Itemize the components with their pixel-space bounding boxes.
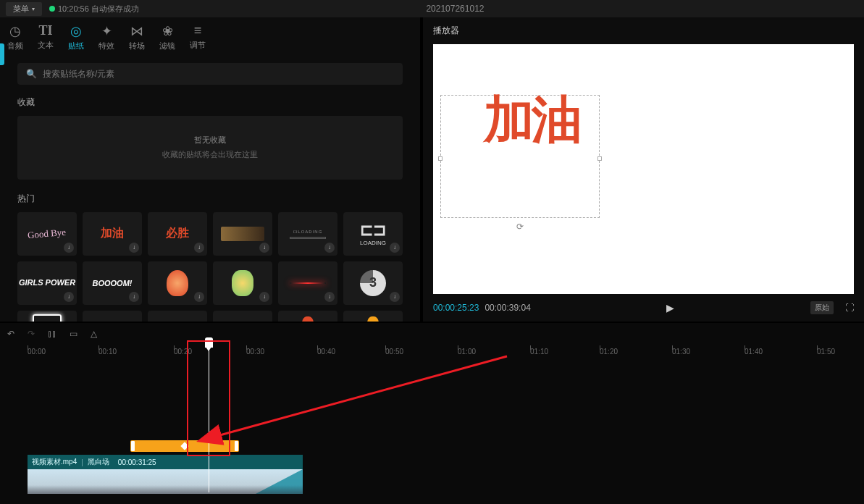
sticker-item[interactable]: BOOOOM!↓ — [83, 261, 142, 305]
timeline-ruler[interactable]: 00:0000:1000:2000:3000:4000:5001:0001:10… — [0, 348, 864, 362]
svg-line-1 — [217, 356, 507, 436]
sticker-item[interactable]: ⊏⊐LOADING↓ — [343, 212, 403, 256]
player-title: 播放器 — [423, 17, 864, 44]
download-icon[interactable]: ↓ — [129, 292, 139, 302]
tab-adjust[interactable]: ≡调节 — [190, 23, 206, 51]
ruler-tick: 00:30 — [246, 348, 264, 356]
ruler-tick: 01:20 — [600, 348, 618, 356]
current-time: 00:00:25:23 — [433, 303, 479, 313]
tab-effects[interactable]: ✦特效 — [98, 23, 114, 51]
clip-effect-label: 黑白场 — [88, 457, 109, 467]
tab-transitions[interactable]: ⋈转场 — [129, 23, 145, 51]
tab-text[interactable]: TI文本 — [38, 23, 54, 51]
aspect-ratio-button[interactable]: 原始 — [810, 301, 834, 314]
sticker-item[interactable]: ↓ — [278, 261, 337, 305]
redo-button[interactable]: ↷ — [28, 329, 35, 339]
download-icon[interactable]: ↓ — [64, 292, 74, 302]
tab-filters[interactable]: ❀滤镜 — [159, 23, 175, 51]
undo-button[interactable]: ↶ — [7, 329, 14, 339]
download-icon[interactable]: ↓ — [259, 292, 269, 302]
sticker-item[interactable] — [213, 311, 272, 322]
download-icon[interactable]: ↓ — [324, 243, 335, 253]
ruler-tick: 01:40 — [745, 348, 763, 356]
download-icon[interactable]: ↓ — [64, 243, 74, 253]
ruler-tick: 01:50 — [817, 348, 835, 356]
ruler-tick: 00:40 — [317, 348, 335, 356]
download-icon[interactable]: ↓ — [324, 292, 335, 302]
side-indicator — [0, 43, 4, 65]
menu-button[interactable]: 菜单 ▾ — [6, 2, 42, 16]
split-button[interactable]: ⫿⫿ — [48, 329, 56, 339]
sticker-item[interactable]: 3↓ — [343, 261, 403, 305]
sticker-item[interactable]: Starting in — [148, 311, 207, 322]
sticker-item[interactable]: ↓ — [213, 261, 272, 305]
sticker-grid: Good Bye↓ 加油↓ 必胜↓ ↓ ⊡ LOADING↓ ⊏⊐LOADING… — [17, 212, 403, 322]
tab-audio[interactable]: ◷音频 — [7, 23, 23, 51]
play-button[interactable]: ▶ — [666, 302, 674, 314]
sticker-item[interactable]: 加油↓ — [83, 212, 142, 256]
preview-sticker-text: 加油 — [484, 96, 579, 145]
sticker-item[interactable] — [17, 311, 77, 322]
ruler-tick: 01:10 — [530, 348, 548, 356]
ruler-tick: 00:50 — [385, 348, 403, 356]
search-input[interactable] — [43, 69, 394, 79]
sticker-item[interactable]: ↓ — [213, 212, 272, 256]
download-icon[interactable]: ↓ — [194, 292, 204, 302]
mirror-button[interactable]: △ — [91, 329, 97, 339]
total-time: 00:00:39:04 — [485, 303, 530, 313]
clip-thumbnail — [28, 469, 303, 494]
download-icon[interactable]: ↓ — [390, 243, 400, 253]
category-tabs: ◷音频 TI文本 ◎贴纸 ✦特效 ⋈转场 ❀滤镜 ≡调节 — [0, 17, 420, 57]
sticker-item[interactable]: ↓ — [148, 261, 207, 305]
sticker-item[interactable] — [278, 311, 337, 322]
video-clip[interactable]: 视频素材.mp4 | 黑白场 00:00:31:25 — [28, 455, 303, 494]
favorites-empty: 暂无收藏 收藏的贴纸将会出现在这里 — [17, 116, 403, 180]
download-icon[interactable]: ↓ — [194, 243, 204, 253]
sticker-item[interactable]: GIRLS POWER↓ — [17, 261, 77, 305]
ruler-tick: 00:00 — [28, 348, 46, 356]
search-icon: 🔍 — [26, 69, 37, 79]
fullscreen-icon[interactable]: ⛶ — [845, 303, 854, 313]
player-viewport[interactable]: ⟳ 加油 — [433, 44, 854, 294]
sticker-item[interactable] — [83, 311, 142, 322]
sticker-item[interactable]: ⊡ LOADING↓ — [278, 212, 337, 256]
autosave-status: 10:20:56 自动保存成功 — [49, 4, 139, 14]
ruler-tick: 00:10 — [98, 348, 117, 356]
project-title: 202107261012 — [139, 4, 771, 14]
download-icon[interactable]: ↓ — [259, 243, 269, 253]
tab-stickers[interactable]: ◎贴纸 — [68, 23, 84, 51]
ruler-tick: 01:00 — [458, 348, 476, 356]
search-box[interactable]: 🔍 — [17, 63, 403, 85]
sticker-item[interactable]: 必胜↓ — [148, 212, 207, 256]
download-icon[interactable]: ↓ — [129, 243, 139, 253]
annotation-red-box — [187, 340, 230, 456]
favorites-title: 收藏 — [17, 96, 403, 109]
hot-title: 热门 — [17, 193, 403, 205]
clip-duration: 00:00:31:25 — [118, 458, 156, 466]
sticker-item[interactable] — [343, 311, 403, 322]
delete-button[interactable]: ▭ — [70, 329, 77, 339]
clip-filename: 视频素材.mp4 — [32, 457, 77, 467]
ruler-tick: 01:30 — [672, 348, 690, 356]
download-icon[interactable]: ↓ — [390, 292, 400, 302]
sticker-item[interactable]: Good Bye↓ — [17, 212, 77, 256]
